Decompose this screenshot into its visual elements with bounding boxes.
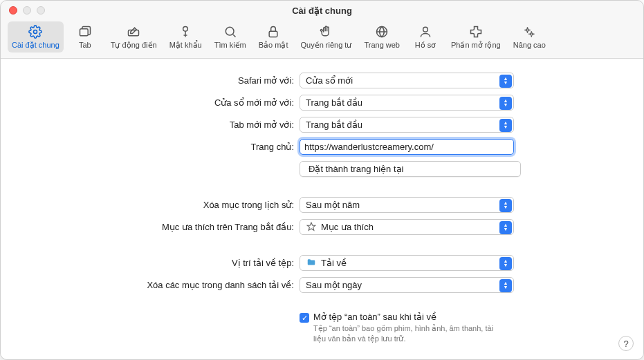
toolbar-tab-hand[interactable]: Quyền riêng tư bbox=[297, 21, 356, 53]
homepage-input[interactable] bbox=[304, 142, 509, 152]
toolbar-tab-label: Quyền riêng tư bbox=[301, 41, 352, 50]
titlebar: Cài đặt chung bbox=[1, 1, 643, 20]
profile-icon bbox=[418, 24, 433, 39]
tabs-icon bbox=[77, 24, 93, 39]
svg-point-4 bbox=[226, 27, 234, 35]
general-pane: Safari mở với: Cửa sổ mới ▲▼ Cửa sổ mới … bbox=[1, 59, 643, 359]
chevron-updown-icon: ▲▼ bbox=[499, 97, 512, 110]
toolbar-tab-autofill[interactable]: Tự động điền bbox=[107, 21, 161, 53]
minimize-window-button[interactable] bbox=[23, 6, 31, 15]
toolbar-tab-label: Hồ sơ bbox=[415, 41, 436, 50]
window-controls bbox=[9, 6, 45, 15]
safari-opens-with-select[interactable]: Cửa sổ mới ▲▼ bbox=[300, 73, 514, 88]
search-icon bbox=[223, 24, 238, 39]
open-safe-files-label: Mở tệp “an toàn” sau khi tải về bbox=[313, 312, 507, 322]
safari-opens-with-value: Cửa sổ mới bbox=[306, 75, 353, 86]
remove-downloads-value: Sau một ngày bbox=[306, 280, 362, 290]
toolbar-tab-label: Tự động điền bbox=[111, 41, 157, 50]
toolbar-tab-lock[interactable]: Bảo mật bbox=[255, 21, 293, 53]
svg-marker-10 bbox=[307, 222, 315, 230]
toolbar-tab-profile[interactable]: Hồ sơ bbox=[408, 21, 443, 53]
open-safe-files-help: Tệp “an toàn” bao gồm phim, hình ảnh, âm… bbox=[313, 323, 507, 344]
toolbar-tab-label: Mật khẩu bbox=[169, 41, 202, 50]
toolbar-tab-tabs[interactable]: Tab bbox=[68, 21, 102, 53]
gear-icon bbox=[28, 24, 43, 39]
chevron-updown-icon: ▲▼ bbox=[499, 257, 512, 270]
toolbar-tab-globe[interactable]: Trang web bbox=[360, 21, 404, 53]
help-button[interactable]: ? bbox=[618, 336, 634, 351]
toolbar-tab-extension[interactable]: Phần mở rộng bbox=[447, 21, 505, 53]
close-window-button[interactable] bbox=[9, 6, 17, 15]
new-tab-value: Trang bắt đầu bbox=[306, 120, 362, 130]
toolbar-tab-label: Nâng cao bbox=[513, 41, 546, 49]
chevron-updown-icon: ▲▼ bbox=[499, 75, 512, 88]
svg-point-7 bbox=[423, 27, 428, 32]
remove-history-value: Sau một năm bbox=[306, 200, 360, 210]
toolbar-tab-label: Phần mở rộng bbox=[451, 41, 501, 50]
svg-point-0 bbox=[34, 30, 37, 34]
lock-icon bbox=[266, 24, 281, 39]
remove-downloads-label: Xóa các mục trong danh sách tải về: bbox=[1, 280, 300, 290]
chevron-updown-icon: ▲▼ bbox=[499, 119, 512, 132]
settings-window: Cài đặt chung Cài đặt chungTabTự động đi… bbox=[0, 0, 644, 360]
toolbar-tab-key[interactable]: Mật khẩu bbox=[165, 21, 206, 53]
safari-opens-with-label: Safari mở với: bbox=[1, 75, 300, 86]
globe-icon bbox=[374, 24, 389, 39]
favorites-select[interactable]: Mục ưa thích ▲▼ bbox=[300, 219, 514, 235]
extension-icon bbox=[468, 24, 484, 39]
toolbar-tab-label: Cài đặt chung bbox=[12, 41, 59, 50]
open-safe-files-checkbox[interactable]: ✓ bbox=[300, 313, 309, 323]
preferences-toolbar: Cài đặt chungTabTự động điềnMật khẩuTìm … bbox=[1, 20, 643, 59]
folder-icon bbox=[306, 258, 317, 267]
toolbar-tab-label: Tab bbox=[79, 41, 91, 49]
new-window-value: Trang bắt đầu bbox=[306, 97, 362, 108]
download-location-value: Tải về bbox=[321, 258, 347, 268]
remove-history-label: Xóa mục trong lịch sử: bbox=[1, 200, 300, 210]
chevron-updown-icon: ▲▼ bbox=[499, 221, 512, 234]
svg-point-9 bbox=[531, 33, 533, 35]
gears-icon bbox=[522, 24, 537, 39]
autofill-icon bbox=[126, 24, 141, 39]
download-location-select[interactable]: Tải về ▲▼ bbox=[300, 255, 514, 271]
new-window-select[interactable]: Trang bắt đầu ▲▼ bbox=[300, 95, 514, 111]
new-tab-label: Tab mới mở với: bbox=[1, 120, 300, 130]
set-current-page-button[interactable]: Đặt thành trang hiện tại bbox=[300, 161, 521, 177]
window-title: Cài đặt chung bbox=[292, 6, 352, 16]
toolbar-tab-gear[interactable]: Cài đặt chung bbox=[8, 21, 64, 53]
star-icon bbox=[306, 222, 317, 231]
homepage-input-wrapper bbox=[300, 139, 514, 155]
toolbar-tab-label: Bảo mật bbox=[259, 41, 288, 50]
key-icon bbox=[178, 24, 193, 39]
remove-history-select[interactable]: Sau một năm ▲▼ bbox=[300, 197, 514, 213]
favorites-label: Mục ưa thích trên Trang bắt đầu: bbox=[1, 222, 300, 232]
svg-point-8 bbox=[526, 29, 528, 31]
svg-point-3 bbox=[183, 27, 188, 32]
homepage-label: Trang chủ: bbox=[1, 142, 300, 152]
chevron-updown-icon: ▲▼ bbox=[499, 279, 512, 292]
svg-rect-1 bbox=[80, 29, 88, 36]
zoom-window-button[interactable] bbox=[37, 6, 45, 15]
svg-rect-5 bbox=[269, 31, 277, 37]
new-tab-select[interactable]: Trang bắt đầu ▲▼ bbox=[300, 117, 514, 133]
toolbar-tab-label: Tìm kiếm bbox=[214, 41, 246, 50]
hand-icon bbox=[318, 24, 333, 39]
chevron-updown-icon: ▲▼ bbox=[499, 199, 512, 212]
toolbar-tab-gears[interactable]: Nâng cao bbox=[509, 21, 550, 53]
remove-downloads-select[interactable]: Sau một ngày ▲▼ bbox=[300, 277, 514, 293]
favorites-value: Mục ưa thích bbox=[321, 222, 374, 232]
toolbar-tab-search[interactable]: Tìm kiếm bbox=[210, 21, 250, 53]
download-location-label: Vị trí tải về tệp: bbox=[1, 258, 300, 268]
new-window-label: Cửa sổ mới mở với: bbox=[1, 97, 300, 108]
toolbar-tab-label: Trang web bbox=[364, 41, 400, 49]
